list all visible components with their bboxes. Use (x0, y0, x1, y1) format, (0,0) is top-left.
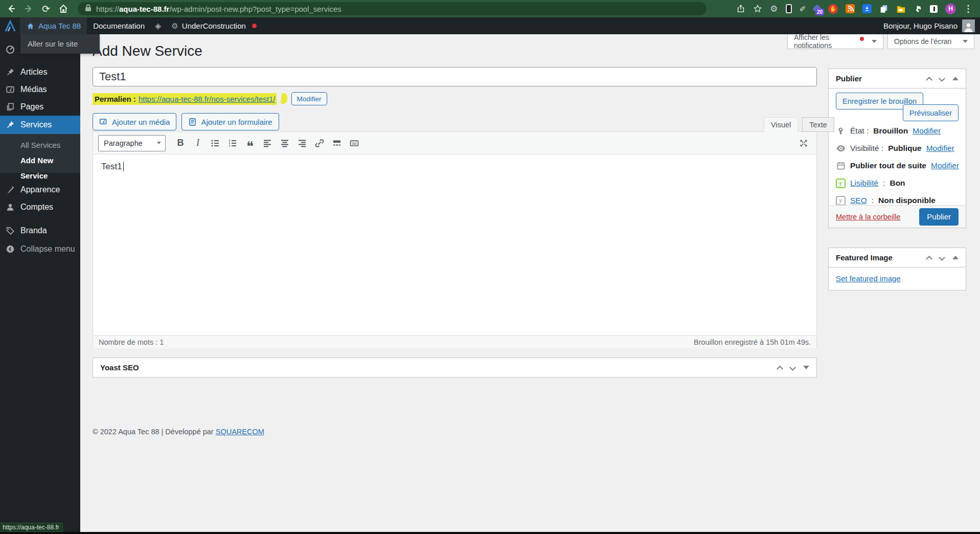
tag-icon (5, 226, 15, 235)
pin-icon (5, 120, 15, 129)
add-media-button[interactable]: Ajouter un média (93, 113, 176, 130)
sidebar-label: Articles (20, 68, 47, 77)
featured-image-header[interactable]: Featured Image (829, 248, 966, 268)
toggle-panel-icon[interactable] (952, 256, 959, 259)
share-icon[interactable] (736, 4, 745, 13)
sidebar-item-apparence[interactable]: Apparence (0, 181, 80, 198)
bookmark-star-icon[interactable] (753, 4, 762, 13)
dropdown-item-visit-site[interactable]: Aller sur le site (28, 39, 78, 48)
sidebar-item-services[interactable]: Services (0, 116, 80, 134)
move-up-icon[interactable] (926, 77, 932, 83)
blocker-hand-icon[interactable]: ✋ (828, 4, 838, 14)
sidebar-collapse-menu[interactable]: Collapse menu (0, 240, 80, 258)
move-down-icon[interactable] (789, 364, 796, 371)
permalink-edit-button[interactable]: Modifier (291, 92, 327, 105)
set-featured-image-link[interactable]: Set featured image (836, 274, 901, 283)
edit-status-link[interactable]: Modifier (913, 126, 941, 136)
sidebar-item-pages[interactable]: Pages (0, 98, 80, 116)
toggle-panel-icon[interactable] (952, 77, 959, 80)
toggle-panel-icon[interactable] (803, 366, 809, 369)
sidebar-item-comptes[interactable]: Comptes (0, 198, 80, 216)
gear-extension-icon[interactable]: ⚙ (770, 4, 778, 14)
admin-bar-account[interactable]: Bonjour, Hugo Pisano (883, 19, 980, 32)
sidebar-item-articles[interactable]: Articles (0, 63, 80, 81)
lock-icon (85, 4, 92, 14)
toolbar-toggle-button[interactable] (347, 136, 362, 151)
permalink-link[interactable]: https://aqua-tec-88.fr/nos-services/test… (139, 95, 276, 103)
link-button[interactable] (312, 136, 327, 151)
footer-developer-link[interactable]: SQUARECOM (216, 428, 264, 436)
edit-visibility-link[interactable]: Modifier (926, 144, 954, 153)
blockquote-button[interactable]: ❝ (242, 136, 258, 151)
admin-bar-site-name[interactable]: Aqua Tec 88 (20, 17, 87, 34)
back-icon[interactable] (4, 2, 18, 16)
pin-icon (5, 68, 15, 77)
admin-bar-documentation[interactable]: Documentation (87, 17, 151, 34)
align-center-button[interactable] (277, 136, 292, 151)
italic-button[interactable]: I (190, 136, 206, 151)
sidebar-item-add-new-service[interactable]: Add New Service (0, 153, 80, 168)
move-up-icon[interactable] (777, 366, 783, 372)
pen-extension-icon[interactable]: ✐ (800, 4, 806, 14)
add-media-label: Ajouter un média (112, 118, 170, 126)
sidebar-item-medias[interactable]: Médias (0, 81, 80, 98)
chevron-down-icon (157, 142, 161, 144)
publish-box-title: Publier (836, 74, 862, 83)
move-up-icon[interactable] (926, 256, 932, 262)
wp-admin-bar: Aqua Tec 88 Documentation ◈ ⚙ UnderConst… (0, 17, 980, 34)
browser-menu-icon[interactable]: ⋮ (964, 3, 973, 14)
device-extension-icon[interactable] (786, 4, 792, 13)
folder-icon[interactable] (896, 4, 906, 14)
admin-bar-underconstruction[interactable]: ⚙ UnderConstruction (165, 17, 263, 34)
sidebar-item-branda[interactable]: Branda (0, 222, 80, 239)
bold-button[interactable]: B (173, 136, 188, 151)
move-to-trash-link[interactable]: Mettre à la corbeille (836, 213, 901, 221)
notifications-tab[interactable]: Afficher les notifications (787, 34, 883, 49)
seo-link[interactable]: SEO (850, 196, 867, 205)
preview-button[interactable]: Prévisualiser (903, 104, 959, 121)
yoast-seo-icon: y (836, 196, 846, 206)
diamond-extension-icon[interactable]: 20 (814, 6, 821, 12)
documentation-label: Documentation (93, 21, 145, 30)
screen-options-tab[interactable]: Options de l'écran (887, 34, 974, 49)
align-right-button[interactable] (294, 136, 310, 151)
reload-icon[interactable]: ⟳ (39, 2, 53, 16)
post-title-input[interactable] (93, 67, 817, 86)
copy-pages-icon[interactable] (879, 4, 888, 13)
address-bar[interactable]: https://aqua-tec-88.fr/wp-admin/post-new… (78, 2, 706, 15)
extensions-puzzle-icon[interactable] (914, 5, 922, 13)
tab-text[interactable]: Texte (802, 117, 834, 132)
aquatec-logo-icon[interactable] (0, 17, 20, 34)
tab-visual[interactable]: Visuel (764, 117, 798, 132)
editor-content[interactable]: Test1 (93, 154, 816, 335)
publish-box: Publier Enregistrer le brouillon Prévisu… (828, 69, 966, 228)
move-down-icon[interactable] (939, 254, 945, 261)
site-name-label: Aqua Tec 88 (38, 21, 81, 30)
format-select-value: Paragraphe (104, 139, 143, 147)
rss-icon[interactable] (846, 4, 855, 13)
bullet-list-button[interactable] (208, 136, 223, 151)
move-down-icon[interactable] (939, 75, 945, 82)
visibility-value: Publique (888, 144, 921, 153)
align-left-button[interactable] (260, 136, 275, 151)
gem-icon[interactable]: ◈ (151, 17, 165, 34)
edit-schedule-link[interactable]: Modifier (931, 161, 959, 170)
chevron-down-icon (963, 40, 968, 43)
separator: : (883, 179, 885, 188)
more-tag-button[interactable] (329, 136, 345, 151)
home-icon[interactable] (56, 2, 71, 16)
status-value: Brouillon (873, 126, 908, 136)
numbered-list-button[interactable] (225, 136, 240, 151)
publish-box-header[interactable]: Publier (829, 69, 966, 88)
tab-manager-icon[interactable] (930, 5, 938, 13)
download-icon[interactable] (862, 4, 872, 13)
sidebar-item-all-services[interactable]: All Services (0, 138, 80, 153)
readability-link[interactable]: Lisibilité (850, 179, 878, 188)
add-form-button[interactable]: Ajouter un formulaire (181, 113, 279, 130)
fullscreen-icon[interactable] (796, 136, 811, 151)
page-title: Add New Service (93, 43, 202, 59)
browser-profile-avatar[interactable]: H (945, 4, 956, 14)
format-select[interactable]: Paragraphe (98, 135, 166, 151)
publish-button[interactable]: Publier (919, 208, 959, 226)
forward-icon[interactable] (21, 2, 36, 16)
